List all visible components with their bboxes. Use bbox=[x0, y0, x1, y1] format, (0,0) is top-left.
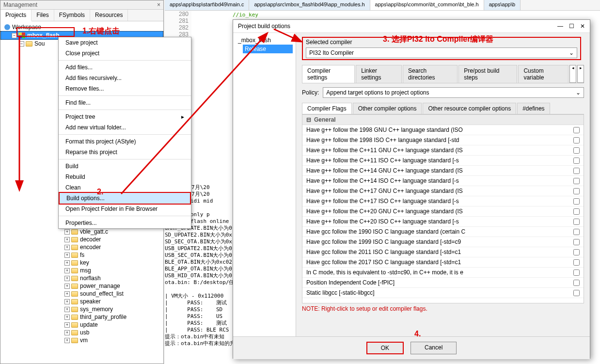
flag-row[interactable]: Have g++ follow the C++14 ISO C++ langua… bbox=[302, 176, 584, 186]
flag-row[interactable]: Have gcc follow the 1999 ISO C language … bbox=[302, 237, 584, 247]
ok-button[interactable]: OK bbox=[366, 342, 404, 354]
flag-checkbox[interactable] bbox=[573, 219, 580, 225]
flag-row[interactable]: Have g++ follow the C++11 GNU C++ langua… bbox=[302, 145, 584, 156]
flag-checkbox[interactable] bbox=[573, 168, 580, 174]
flags-group-toggle[interactable]: ⊟ bbox=[306, 116, 311, 123]
ctx-add-files-recursively[interactable]: Add files recursively... bbox=[59, 73, 191, 83]
flag-checkbox[interactable] bbox=[573, 280, 580, 286]
flag-checkbox[interactable] bbox=[573, 127, 580, 133]
tree-expand-icon[interactable]: + bbox=[64, 245, 70, 250]
tree-expand-icon[interactable]: + bbox=[64, 253, 70, 258]
tab-search-dirs[interactable]: Search directories bbox=[403, 65, 458, 83]
flag-row[interactable]: Have g++ follow the 1998 ISO C++ languag… bbox=[302, 135, 584, 145]
tree-expand-icon[interactable]: + bbox=[64, 284, 70, 289]
tree-item[interactable]: +vm bbox=[0, 336, 163, 344]
ctx-rebuild[interactable]: Rebuild bbox=[59, 172, 191, 182]
tree-collapse-icon[interactable]: − bbox=[19, 41, 24, 47]
tree-collapse-icon[interactable]: − bbox=[12, 33, 17, 38]
target-project[interactable]: _mbox_flash bbox=[236, 36, 293, 45]
tree-item[interactable]: +norflash bbox=[0, 274, 163, 282]
policy-combo[interactable]: Append target options to project options… bbox=[323, 87, 584, 98]
flag-checkbox[interactable] bbox=[573, 198, 580, 205]
ctx-build[interactable]: Build bbox=[59, 161, 191, 172]
dialog-titlebar[interactable]: Project build options — ☐ ✕ bbox=[233, 20, 590, 33]
flag-checkbox[interactable] bbox=[573, 208, 580, 215]
tree-item[interactable]: +sys_memory bbox=[0, 305, 163, 313]
workspace-node[interactable]: Workspace bbox=[0, 23, 163, 31]
flag-row[interactable]: Have g++ follow the C++17 GNU C++ langua… bbox=[302, 186, 584, 196]
tab-scroll-left-icon[interactable]: ◂ bbox=[569, 65, 576, 83]
maximize-icon[interactable]: ☐ bbox=[569, 23, 574, 30]
subtab-other-compiler[interactable]: Other compiler options bbox=[353, 103, 422, 114]
compiler-flags-list[interactable]: ⊟General Have g++ follow the 1998 GNU C+… bbox=[302, 114, 584, 303]
flag-checkbox[interactable] bbox=[573, 158, 580, 164]
tree-item[interactable]: +sound_effect_list bbox=[0, 290, 163, 298]
subtab-other-resource[interactable]: Other resource compiler options bbox=[423, 103, 516, 114]
flag-row[interactable]: Have g++ follow the C++14 GNU C++ langua… bbox=[302, 166, 584, 176]
ctx-add-virtual-folder[interactable]: Add new virtual folder... bbox=[59, 122, 191, 133]
tree-item[interactable]: +vble_gatt.c bbox=[0, 228, 163, 236]
flag-row[interactable]: Have g++ follow the C++17 ISO C++ langua… bbox=[302, 196, 584, 206]
tree-item[interactable]: +decoder bbox=[0, 236, 163, 243]
subtab-defines[interactable]: #defines bbox=[517, 103, 550, 114]
flag-checkbox[interactable] bbox=[573, 259, 580, 266]
flag-row[interactable]: Static libgcc [-static-libgcc] bbox=[302, 288, 584, 298]
flag-row[interactable]: Have g++ follow the C++11 ISO C++ langua… bbox=[302, 156, 584, 166]
flag-checkbox[interactable] bbox=[573, 269, 580, 276]
subtab-compiler-flags[interactable]: Compiler Flags bbox=[302, 103, 352, 114]
flag-checkbox[interactable] bbox=[573, 229, 580, 235]
editor-tab[interactable]: apps\app\src\mbox_flash\bd49\app_modules… bbox=[249, 0, 370, 10]
tree-item[interactable]: +power_manage bbox=[0, 282, 163, 290]
tab-linker-settings[interactable]: Linker settings bbox=[356, 65, 402, 83]
flag-checkbox[interactable] bbox=[573, 249, 580, 255]
tree-expand-icon[interactable]: + bbox=[64, 315, 70, 320]
flag-checkbox[interactable] bbox=[573, 137, 580, 143]
ctx-clean[interactable]: Clean bbox=[59, 182, 191, 193]
flag-checkbox[interactable] bbox=[573, 290, 580, 296]
tree-item[interactable]: +key bbox=[0, 259, 163, 267]
target-release[interactable]: Release bbox=[243, 45, 293, 53]
ctx-close-project[interactable]: Close project bbox=[59, 48, 191, 59]
flag-row[interactable]: In C mode, this is equivalent to -std=c9… bbox=[302, 268, 584, 278]
flag-checkbox[interactable] bbox=[573, 178, 580, 184]
tree-expand-icon[interactable]: + bbox=[64, 268, 70, 273]
cancel-button[interactable]: Cancel bbox=[411, 342, 457, 354]
tree-expand-icon[interactable]: + bbox=[64, 338, 70, 343]
tab-custom-vars[interactable]: Custom variable bbox=[518, 65, 568, 83]
ctx-open-folder[interactable]: Open Project Folder in File Browser bbox=[59, 204, 191, 214]
tree-item[interactable]: +msg bbox=[0, 267, 163, 274]
ctx-format-astyle[interactable]: Format this project (AStyle) bbox=[59, 136, 191, 147]
flag-row[interactable]: Have gcc follow the 2011 ISO C language … bbox=[302, 247, 584, 257]
tree-expand-icon[interactable]: + bbox=[64, 330, 70, 335]
editor-tab[interactable]: apps\app\bsp\start\bd49\main.c bbox=[165, 0, 249, 10]
target-tree[interactable]: _mbox_flash Release bbox=[233, 33, 296, 336]
tree-item[interactable]: +third_party_profile bbox=[0, 313, 163, 321]
tree-expand-icon[interactable]: + bbox=[64, 307, 70, 312]
tab-scroll-right-icon[interactable]: ▸ bbox=[577, 65, 584, 83]
tree-expand-icon[interactable]: + bbox=[64, 291, 70, 297]
tree-expand-icon[interactable]: + bbox=[64, 260, 70, 266]
tree-expand-icon[interactable]: + bbox=[64, 229, 70, 235]
ctx-reparse[interactable]: Reparse this project bbox=[59, 147, 191, 158]
flag-row[interactable]: Have g++ follow the C++20 GNU C++ langua… bbox=[302, 206, 584, 217]
tree-item[interactable]: +usb bbox=[0, 329, 163, 336]
management-close-icon[interactable]: × bbox=[157, 1, 160, 8]
tree-expand-icon[interactable]: + bbox=[64, 237, 70, 242]
close-icon[interactable]: ✕ bbox=[580, 23, 585, 30]
ctx-properties[interactable]: Properties... bbox=[59, 218, 191, 228]
flag-checkbox[interactable] bbox=[573, 239, 580, 245]
ctx-remove-files[interactable]: Remove files... bbox=[59, 83, 191, 94]
tree-expand-icon[interactable]: + bbox=[64, 276, 70, 281]
tab-files[interactable]: Files bbox=[32, 10, 54, 21]
ctx-find-file[interactable]: Find file... bbox=[59, 97, 191, 108]
tree-item[interactable]: +speaker bbox=[0, 298, 163, 305]
tab-resources[interactable]: Resources bbox=[90, 10, 128, 21]
minimize-icon[interactable]: — bbox=[557, 23, 563, 30]
tab-prepost[interactable]: Pre/post build steps bbox=[458, 65, 517, 83]
flag-checkbox[interactable] bbox=[573, 147, 580, 154]
tree-expand-icon[interactable]: + bbox=[64, 299, 70, 304]
flag-row[interactable]: Have g++ follow the 1998 GNU C++ languag… bbox=[302, 125, 584, 135]
tab-fsymbols[interactable]: FSymbols bbox=[54, 10, 90, 21]
ctx-add-files[interactable]: Add files... bbox=[59, 62, 191, 73]
tree-item[interactable]: +encoder bbox=[0, 243, 163, 251]
